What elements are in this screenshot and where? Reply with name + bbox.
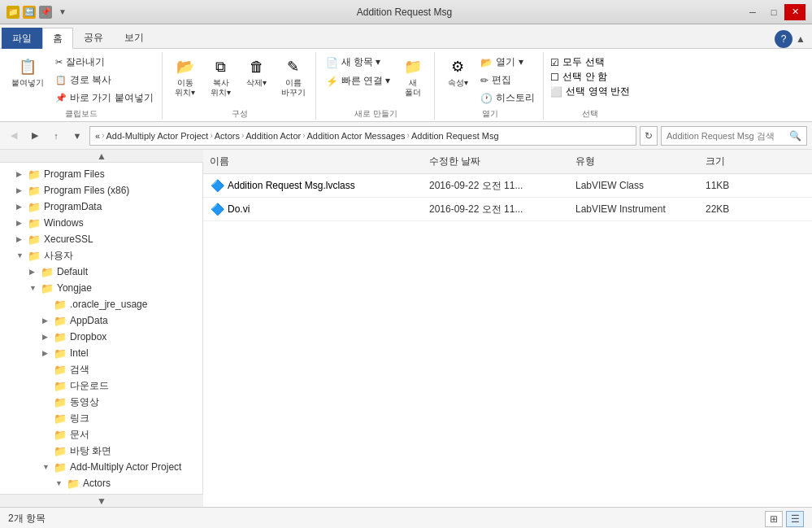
- sidebar-item-dropbox[interactable]: ▶ 📁 Dropbox: [0, 329, 202, 345]
- copy-button[interactable]: ⧉ 복사위치▾: [205, 54, 237, 99]
- breadcrumb-actors[interactable]: Actors: [215, 131, 240, 141]
- minimize-button[interactable]: ─: [742, 4, 763, 20]
- clipboard-content: 📋 붙여넣기 ✂잘라내기 📋경로 복사 📌바로 가기 붙여넣기: [7, 54, 157, 107]
- properties-button[interactable]: ⚙ 속성▾: [441, 54, 474, 89]
- view-grid-button[interactable]: ⊞: [765, 511, 783, 527]
- file-name-cell-1: 🔷 Addition Request Msg.lvclass: [203, 177, 423, 194]
- paste-icon: 📋: [16, 55, 39, 78]
- breadcrumb-current[interactable]: Addition Request Msg: [411, 131, 499, 141]
- breadcrumb-bar: « › Add-Multiply Actor Project › Actors …: [89, 126, 636, 146]
- title-bar-left: 📁 🔙 📌 ▼: [7, 6, 67, 19]
- back-button[interactable]: ◀: [5, 127, 23, 145]
- move-button[interactable]: 📂 이동위치▾: [169, 54, 202, 99]
- col-header-name[interactable]: 이름: [203, 153, 423, 170]
- tab-share[interactable]: 공유: [73, 27, 114, 48]
- sidebar-scroll-down[interactable]: ▼: [0, 494, 203, 507]
- paste-shortcut-button[interactable]: 📌바로 가기 붙여넣기: [52, 89, 157, 107]
- edit-button[interactable]: ✏편집: [477, 72, 538, 89]
- cut-button[interactable]: ✂잘라내기: [52, 54, 157, 71]
- col-header-date[interactable]: 수정한 날짜: [423, 153, 569, 170]
- tab-home[interactable]: 홈: [42, 28, 73, 49]
- tab-file[interactable]: 파일: [2, 28, 42, 49]
- breadcrumb-addition-actor[interactable]: Addition Actor: [245, 131, 301, 141]
- file-size-2: 22KB: [699, 202, 780, 216]
- new-content: 📄새 항목 ▾ ⚡빠른 연결 ▾ 📁 새폴더: [323, 54, 430, 107]
- file-type-2: LabVIEW Instrument: [569, 202, 699, 216]
- paste-button[interactable]: 📋 붙여넣기: [7, 54, 49, 89]
- sidebar-item-oracle[interactable]: 📁 .oracle_jre_usage: [0, 296, 202, 312]
- sidebar-item-users[interactable]: ▼ 📁 사용자: [0, 247, 202, 264]
- sidebar-item-downloads[interactable]: 📁 다운로드: [0, 377, 202, 394]
- sidebar-item-appdata[interactable]: ▶ 📁 AppData: [0, 312, 202, 329]
- clipboard-label: 클립보드: [7, 107, 157, 120]
- file-icon-2: 🔷: [210, 202, 224, 216]
- sidebar-item-yongjae[interactable]: ▼ 📁 Yongjae: [0, 280, 202, 296]
- ribbon-group-open: ⚙ 속성▾ 📂열기 ▾ ✏편집 🕐히스토리 열기: [436, 52, 544, 120]
- sidebar-item-links[interactable]: 📁 링크: [0, 410, 202, 426]
- sidebar-item-docs[interactable]: 📁 문서: [0, 426, 202, 443]
- quick-access-button[interactable]: ⚡빠른 연결 ▾: [323, 72, 394, 89]
- file-name-cell-2: 🔷 Do.vi: [203, 200, 423, 218]
- title-bar: 📁 🔙 📌 ▼ Addition Request Msg ─ □ ✕: [0, 0, 812, 24]
- col-header-type[interactable]: 유형: [569, 153, 699, 170]
- sidebar-item-videos[interactable]: 📁 동영상: [0, 394, 202, 410]
- ribbon-collapse-icon[interactable]: ▲: [796, 33, 805, 45]
- file-type-1: LabVIEW Class: [569, 178, 699, 193]
- ribbon-group-select: ☑모두 선택 ☐선택 안 함 ⬜선택 영역 반전 선택: [545, 52, 635, 120]
- clipboard-small-buttons: ✂잘라내기 📋경로 복사 📌바로 가기 붙여넣기: [52, 54, 157, 107]
- open-small-buttons: 📂열기 ▾ ✏편집 🕐히스토리: [477, 54, 538, 107]
- ribbon-group-clipboard: 📋 붙여넣기 ✂잘라내기 📋경로 복사 📌바로 가기 붙여넣기 클립보드: [2, 52, 163, 120]
- sidebar-item-search[interactable]: 📁 검색: [0, 361, 202, 377]
- breadcrumb-messages[interactable]: Addition Actor Messages: [307, 131, 406, 141]
- table-row[interactable]: 🔷 Do.vi 2016-09-22 오전 11... LabVIEW Inst…: [203, 198, 812, 221]
- sidebar-item-windows[interactable]: ▶ 📁 Windows: [0, 215, 202, 231]
- copy-path-button[interactable]: 📋경로 복사: [52, 72, 157, 89]
- breadcrumb-root[interactable]: «: [95, 131, 100, 141]
- invert-selection-button[interactable]: ⬜선택 영역 반전: [550, 85, 630, 98]
- select-all-button[interactable]: ☑모두 선택: [550, 55, 630, 69]
- sidebar-item-project[interactable]: ▼ 📁 Add-Multiply Actor Project: [0, 459, 202, 475]
- sidebar-item-actors[interactable]: ▼ 📁 Actors: [0, 475, 202, 491]
- search-box: 🔍: [661, 126, 807, 146]
- open-button[interactable]: 📂열기 ▾: [477, 54, 538, 71]
- close-button[interactable]: ✕: [784, 4, 805, 20]
- sidebar-item-programfiles[interactable]: ▶ 📁 Program Files: [0, 166, 202, 182]
- app-icon2: 🔙: [23, 6, 36, 19]
- file-list-header: 이름 수정한 날짜 유형 크기: [203, 150, 812, 174]
- search-icon: 🔍: [789, 130, 801, 142]
- history-button[interactable]: 🕐히스토리: [477, 89, 538, 107]
- new-item-button[interactable]: 📄새 항목 ▾: [323, 54, 384, 71]
- forward-button[interactable]: ▶: [26, 127, 44, 145]
- delete-button[interactable]: 🗑 삭제▾: [241, 54, 273, 89]
- new-folder-button[interactable]: 📁 새폴더: [397, 54, 429, 99]
- maximize-button[interactable]: □: [763, 4, 784, 20]
- select-none-button[interactable]: ☐선택 안 함: [550, 70, 630, 84]
- sidebar-item-programfilesx86[interactable]: ▶ 📁 Program Files (x86): [0, 182, 202, 199]
- sidebar-item-default[interactable]: ▶ 📁 Default: [0, 264, 202, 280]
- select-content: ☑모두 선택 ☐선택 안 함 ⬜선택 영역 반전: [550, 54, 630, 107]
- refresh-button[interactable]: ↻: [640, 126, 658, 146]
- ribbon-group-new: 📄새 항목 ▾ ⚡빠른 연결 ▾ 📁 새폴더 새로 만들기: [318, 52, 436, 120]
- sidebar-item-intel[interactable]: ▶ 📁 Intel: [0, 345, 202, 361]
- col-header-size[interactable]: 크기: [699, 153, 780, 170]
- organize-label: 구성: [169, 107, 310, 120]
- sidebar-item-xecuressl[interactable]: ▶ 📁 XecureSSL: [0, 231, 202, 247]
- organize-content: 📂 이동위치▾ ⧉ 복사위치▾ 🗑 삭제▾ ✎ 이름바꾸기: [169, 54, 310, 107]
- help-icon[interactable]: ?: [775, 30, 792, 48]
- sidebar: ▶ 📁 Program Files ▶ 📁 Program Files (x86…: [0, 163, 203, 494]
- sidebar-item-programdata[interactable]: ▶ 📁 ProgramData: [0, 199, 202, 215]
- ribbon-body: 📋 붙여넣기 ✂잘라내기 📋경로 복사 📌바로 가기 붙여넣기 클립보드: [0, 49, 812, 122]
- recent-button[interactable]: ▼: [68, 127, 86, 145]
- sidebar-item-desktop[interactable]: 📁 바탕 화면: [0, 443, 202, 459]
- table-row[interactable]: 🔷 Addition Request Msg.lvclass 2016-09-2…: [203, 174, 812, 198]
- search-input[interactable]: [667, 131, 789, 141]
- sidebar-scroll-up[interactable]: ▲: [0, 150, 203, 163]
- tab-view[interactable]: 보기: [114, 27, 154, 48]
- rename-button[interactable]: ✎ 이름바꾸기: [276, 54, 310, 99]
- breadcrumb-project[interactable]: Add-Multiply Actor Project: [106, 131, 208, 141]
- file-date-2: 2016-09-22 오전 11...: [423, 201, 569, 218]
- view-list-button[interactable]: ☰: [786, 511, 804, 527]
- up-button[interactable]: ↑: [47, 127, 65, 145]
- file-icon-1: 🔷: [210, 178, 224, 193]
- new-label: 새로 만들기: [323, 107, 430, 120]
